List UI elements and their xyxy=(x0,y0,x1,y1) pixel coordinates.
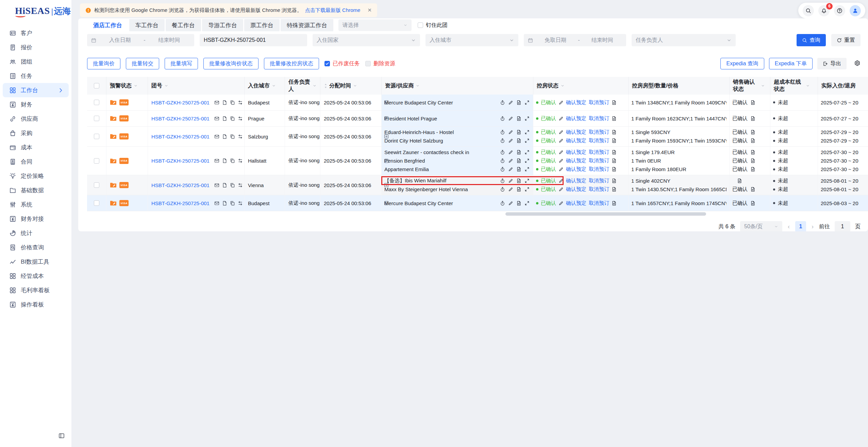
reset-button[interactable]: 重置 xyxy=(831,34,861,46)
column-header-11[interactable]: 实际入住/退房 xyxy=(818,77,868,95)
tab-4[interactable]: 票工作台 xyxy=(244,19,280,31)
group-no-link[interactable]: HSBT-GZKH-250725-001 xyxy=(151,116,210,121)
goto-page-input[interactable]: 1 xyxy=(835,221,850,231)
sidebar-item-13[interactable]: 财务对接 xyxy=(3,212,69,226)
sidebar-item-19[interactable]: 操作看板 xyxy=(3,297,69,312)
tab-2[interactable]: 餐工作台 xyxy=(166,19,201,31)
current-page-button[interactable]: 1 xyxy=(795,221,806,231)
tab-0[interactable]: 酒店工作台 xyxy=(87,19,128,31)
sidebar-item-2[interactable]: 团组 xyxy=(3,54,69,69)
sidebar-item-8[interactable]: 成本 xyxy=(3,140,69,154)
confirm-booking-link[interactable]: 确认预定 xyxy=(566,99,586,106)
horizontal-scrollbar[interactable] xyxy=(505,212,706,216)
confirm-booking-link[interactable]: 确认预定 xyxy=(566,186,586,193)
group-no-link[interactable]: HSBT-GZKH-250725-001 xyxy=(151,158,210,164)
cancel-booking-link[interactable]: 取消预订 xyxy=(589,99,609,106)
column-header-10[interactable]: 超成本红线状态 xyxy=(770,77,818,95)
checkin-date-range[interactable]: 入住日期-结束时间 xyxy=(87,34,194,46)
row-select-checkbox[interactable] xyxy=(94,200,99,206)
delete-resource-option[interactable]: 删除资源 xyxy=(365,60,395,67)
sidebar-item-11[interactable]: 基础数据 xyxy=(3,183,69,197)
cancel-booking-link[interactable]: 取消预订 xyxy=(589,178,609,184)
batch-button-2[interactable]: 批量填写 xyxy=(165,58,198,69)
cancel-booking-link[interactable]: 取消预订 xyxy=(589,149,609,155)
tab-1[interactable]: 车工作台 xyxy=(129,19,165,31)
column-header-7[interactable]: 控房状态 xyxy=(533,77,629,95)
delete-resource-checkbox[interactable] xyxy=(365,61,371,66)
select-all-checkbox[interactable] xyxy=(94,83,99,88)
cancel-booking-link[interactable]: 取消预订 xyxy=(589,166,609,172)
column-header-4[interactable]: 任务负责人 xyxy=(285,77,320,95)
pin-group-option[interactable]: 钉住此团 xyxy=(418,22,448,29)
global-search-button[interactable] xyxy=(803,5,814,16)
owner-select[interactable]: 任务负责人 xyxy=(632,34,736,46)
group-no-input[interactable]: HSBT-GZKH-250725-001 xyxy=(200,34,307,46)
page-size-select[interactable]: 50条/页 xyxy=(740,221,782,231)
download-chrome-link[interactable]: 点击下载最新版 Chrome xyxy=(305,7,361,14)
row-select-checkbox[interactable] xyxy=(94,100,99,105)
sidebar-item-10[interactable]: 定价策略 xyxy=(3,169,69,183)
confirm-booking-link[interactable]: 确认预定 xyxy=(566,178,586,184)
void-task-option[interactable]: 已作废任务 xyxy=(324,60,360,67)
sidebar-item-6[interactable]: 供应商 xyxy=(3,112,69,126)
expedia-query-button[interactable]: Expedia 查询 xyxy=(720,58,764,69)
confirm-booking-link[interactable]: 确认预定 xyxy=(566,137,586,144)
sidebar-item-4[interactable]: 工作台 xyxy=(3,83,69,97)
column-header-2[interactable]: 团号 xyxy=(148,77,245,95)
column-header-1[interactable]: 预警状态 xyxy=(106,77,148,95)
row-select-checkbox[interactable] xyxy=(94,182,99,188)
confirm-booking-link[interactable]: 确认预定 xyxy=(566,166,586,172)
confirm-booking-link[interactable]: 确认预定 xyxy=(566,158,586,164)
sidebar-item-16[interactable]: BI数据工具 xyxy=(3,254,69,269)
column-header-9[interactable]: 销售确认状态 xyxy=(730,77,770,95)
prev-page-button[interactable]: ‹ xyxy=(787,223,790,230)
country-select[interactable]: 入住国家 xyxy=(313,34,420,46)
group-no-link[interactable]: HSBT-GZKH-250725-001 xyxy=(151,100,210,105)
pickup-date-range[interactable]: 免取日期-结束时间 xyxy=(524,34,626,46)
column-header-0[interactable] xyxy=(87,77,106,95)
sidebar-item-12[interactable]: 系统 xyxy=(3,197,69,212)
export-button[interactable]: 导出 xyxy=(817,58,847,69)
cancel-booking-link[interactable]: 取消预订 xyxy=(589,158,609,164)
notifications-button[interactable]: 6 xyxy=(818,5,830,16)
sidebar-item-18[interactable]: 毛利率看板 xyxy=(3,283,69,297)
pin-group-checkbox[interactable] xyxy=(418,22,423,28)
search-button[interactable]: 查询 xyxy=(797,34,826,46)
next-page-button[interactable]: › xyxy=(811,223,814,230)
confirm-booking-link[interactable]: 确认预定 xyxy=(566,129,586,135)
cancel-booking-link[interactable]: 取消预订 xyxy=(589,129,609,135)
tab-3[interactable]: 导游工作台 xyxy=(202,19,243,31)
city-select[interactable]: 入住城市 xyxy=(425,34,518,46)
batch-button-0[interactable]: 批量询价 xyxy=(87,58,120,69)
column-header-6[interactable]: 资源/供应商 xyxy=(382,77,533,95)
sidebar-item-17[interactable]: 经管成本 xyxy=(3,269,69,283)
help-button[interactable] xyxy=(834,5,845,16)
cancel-booking-link[interactable]: 取消预订 xyxy=(589,137,609,144)
batch-button-3[interactable]: 批量修改询价状态 xyxy=(203,58,258,69)
row-select-checkbox[interactable] xyxy=(94,134,99,139)
banner-close-icon[interactable]: ✕ xyxy=(367,7,372,13)
column-header-3[interactable]: 入住城市 xyxy=(245,77,285,95)
sidebar-item-0[interactable]: 客户 xyxy=(3,26,69,40)
tab-5[interactable]: 特殊资源工作台 xyxy=(281,19,333,31)
expedia-order-button[interactable]: Expedia 下单 xyxy=(769,58,813,69)
row-select-checkbox[interactable] xyxy=(94,158,99,164)
sidebar-item-7[interactable]: 采购 xyxy=(3,126,69,140)
confirm-booking-link[interactable]: 确认预定 xyxy=(566,149,586,155)
group-no-link[interactable]: HSBT-GZKH-250725-001 xyxy=(151,134,210,139)
row-select-checkbox[interactable] xyxy=(94,116,99,121)
sidebar-item-9[interactable]: 合同 xyxy=(3,154,69,169)
column-header-8[interactable]: 控房房型/数量/价格 xyxy=(629,77,730,95)
batch-button-1[interactable]: 批量转交 xyxy=(126,58,159,69)
user-avatar[interactable] xyxy=(850,5,861,16)
group-no-link[interactable]: HSBT-GZKH-250725-001 xyxy=(151,200,210,206)
sidebar-collapse-button[interactable] xyxy=(59,433,65,440)
cancel-booking-link[interactable]: 取消预订 xyxy=(589,200,609,206)
sidebar-item-1[interactable]: 报价 xyxy=(3,40,69,54)
confirm-booking-link[interactable]: 确认预定 xyxy=(566,115,586,122)
extra-workbench-select[interactable]: 请选择 xyxy=(338,19,412,31)
cancel-booking-link[interactable]: 取消预订 xyxy=(589,186,609,193)
sidebar-item-14[interactable]: 统计 xyxy=(3,226,69,240)
table-settings-button[interactable] xyxy=(854,60,861,68)
confirm-booking-link[interactable]: 确认预定 xyxy=(566,200,586,206)
